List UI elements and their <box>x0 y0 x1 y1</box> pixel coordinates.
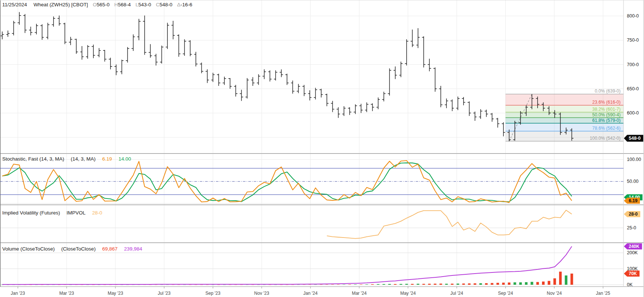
high-label: H <box>114 2 118 7</box>
fib-level-label: 61.8% (579-0) <box>592 118 621 123</box>
time-axis-label: Mar '23 <box>59 291 74 296</box>
close-label: C <box>156 2 160 7</box>
volume-bar <box>280 285 283 285</box>
ohlc-bar <box>496 118 500 127</box>
ohlc-bar <box>450 100 454 111</box>
volume-bar <box>423 284 425 285</box>
close-value: 548-0 <box>160 2 173 7</box>
stoch-k-tag: 6.19 <box>624 197 640 204</box>
volume-bar <box>348 284 351 285</box>
ohlc-bar <box>223 77 226 85</box>
volume-bar <box>354 284 357 285</box>
volume-bar <box>502 283 505 285</box>
main-chart-legend: 11/25/2024 Wheat (ZWH25) [CBOT] O565-0 H… <box>2 2 192 7</box>
price-axis-label: 600-0 <box>627 110 639 116</box>
impvol-title: Implied Volatility (Futures) <box>2 210 60 216</box>
volume-bar <box>491 283 493 285</box>
volume-bar <box>525 282 527 285</box>
ohlc-bar <box>251 77 255 85</box>
volume-bar <box>508 283 510 285</box>
volume-bar <box>240 285 243 285</box>
volume-bar <box>217 285 220 285</box>
volume-bar <box>246 285 248 285</box>
volume-bar <box>434 284 436 285</box>
ohlc-bar <box>205 70 209 83</box>
impvol-legend: Implied Volatility (Futures) IMPVOL 28-0 <box>2 210 102 216</box>
volume-bar <box>331 284 334 285</box>
ohlc-bar <box>58 16 61 26</box>
volume-bar <box>548 281 550 285</box>
stochastic-d-value: 14.00 <box>118 156 131 162</box>
impvol-line <box>327 210 572 238</box>
ohlc-bar <box>211 73 215 82</box>
volume-bar <box>274 285 277 285</box>
time-axis-label: Jul '23 <box>158 291 170 296</box>
time-axis-label: May '24 <box>400 291 416 296</box>
ohlc-bar <box>131 35 135 51</box>
stochastic-k-value: 6.19 <box>102 156 112 162</box>
ohlc-bar <box>120 59 124 74</box>
ohlc-bar <box>143 16 146 55</box>
volume-bar <box>451 284 453 285</box>
ohlc-bar <box>115 65 118 75</box>
price-axis-label: 750-0 <box>627 38 639 43</box>
ohlc-bar <box>388 68 391 96</box>
ohlc-bar <box>502 122 505 136</box>
open-label: O <box>93 2 97 7</box>
fib-level-label: 100.0% (542-0) <box>590 136 621 141</box>
ohlc-bar <box>268 70 272 81</box>
volume-series-label: (CloseToClose) <box>61 246 96 252</box>
ohlc-bar <box>86 45 89 59</box>
volume-bar <box>200 285 203 285</box>
volume-bar <box>377 284 379 285</box>
ohlc-bar <box>308 90 312 100</box>
volume-bar <box>479 283 482 285</box>
volume-bar <box>383 284 385 285</box>
last-price-tag: 548-0 <box>624 135 643 142</box>
volume-bar <box>212 285 214 285</box>
ohlc-bar <box>262 70 266 79</box>
ohlc-bar <box>154 54 158 65</box>
volume-bar <box>468 283 471 285</box>
change-label: Δ <box>177 2 181 7</box>
low-value: 543-0 <box>138 2 152 7</box>
impvol-series-label: IMPVOL <box>67 210 86 216</box>
volume-bar <box>411 284 414 285</box>
volume-bar <box>445 284 448 285</box>
volume-bar <box>195 285 197 285</box>
ohlc-bar <box>490 113 494 122</box>
ohlc-bar <box>319 89 323 97</box>
volume-bar <box>263 285 265 285</box>
ohlc-bar <box>103 50 106 61</box>
volume-bar <box>388 284 391 285</box>
ohlc-bar <box>371 103 374 111</box>
ohlc-bar <box>63 23 67 44</box>
ohlc-bar <box>46 23 50 39</box>
volume-bar <box>269 285 271 285</box>
time-axis-label: Sep '23 <box>205 291 220 296</box>
chart-canvas[interactable]: 0.0% (639-0)23.6% (616-0)38.2% (601-7)50… <box>0 0 644 297</box>
ohlc-bar <box>234 85 237 96</box>
volume-bar <box>320 284 322 285</box>
fib-level-label: 78.6% (562-6) <box>592 126 621 131</box>
ohlc-bar <box>485 110 488 117</box>
volume-title: Volume (CloseToClose) <box>2 246 55 252</box>
ohlc-bar <box>109 58 112 69</box>
low-label: L <box>136 2 138 7</box>
volume-axis-label: 0K <box>627 282 632 287</box>
ohlc-bar <box>188 40 192 56</box>
time-axis-label: Jan '25 <box>596 291 610 296</box>
ohlc-bar <box>399 62 403 77</box>
volume-bar <box>530 282 533 285</box>
volume-bar <box>366 284 368 285</box>
ohlc-bar <box>160 46 163 64</box>
ohlc-bar <box>433 67 437 91</box>
volume-bar <box>291 285 294 285</box>
volume-bar <box>309 284 311 285</box>
ohlc-bar <box>1 32 4 39</box>
volume-bar <box>400 284 402 285</box>
ohlc-bar <box>416 28 420 48</box>
impvol-axis-label: 25-0 <box>627 225 636 230</box>
ohlc-bar <box>365 102 369 112</box>
ohlc-bar <box>29 27 32 35</box>
